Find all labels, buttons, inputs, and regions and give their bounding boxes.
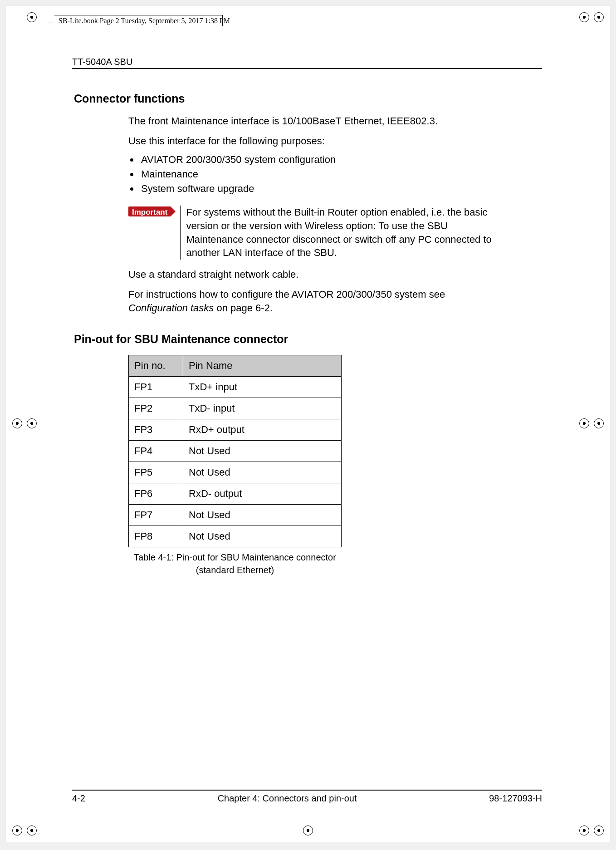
callout-text: For systems without the Built-in Router … (180, 206, 496, 260)
col-header: Pin no. (129, 355, 183, 377)
fiducial-icon (10, 824, 24, 837)
important-tag: Important (128, 206, 171, 216)
fiducial-icon (592, 824, 606, 837)
table-row: FP1TxD+ input (129, 377, 342, 398)
table-caption: Table 4-1: Pin-out for SBU Maintenance c… (128, 551, 342, 576)
pinout-table: Pin no. Pin Name FP1TxD+ input FP2TxD- i… (128, 355, 342, 547)
fiducial-icon (301, 824, 315, 837)
col-header: Pin Name (183, 355, 342, 377)
body-text: Use this interface for the following pur… (128, 134, 496, 148)
fiducial-icon (25, 10, 39, 24)
table-row: FP5Not Used (129, 462, 342, 483)
fiducial-icon (25, 824, 39, 837)
fiducial-icon (577, 417, 591, 430)
body-text: The front Maintenance interface is 10/10… (128, 114, 496, 128)
fiducial-icon (25, 417, 39, 430)
chapter-title: Chapter 4: Connectors and pin-out (218, 793, 357, 804)
body-text: Use a standard straight network cable. (128, 268, 496, 281)
fiducial-icon (577, 10, 591, 24)
bullet-item: AVIATOR 200/300/350 system configuration (139, 154, 496, 166)
table-row: FP7Not Used (129, 505, 342, 526)
section-title: Pin-out for SBU Maintenance connector (74, 333, 496, 346)
page-number: 4-2 (72, 793, 85, 804)
table-row: FP8Not Used (129, 526, 342, 547)
running-head: TT-5040A SBU (72, 57, 542, 69)
table-row: FP3RxD+ output (129, 419, 342, 441)
fiducial-icon (592, 417, 606, 430)
fiducial-icon (10, 417, 24, 430)
section-title: Connector functions (74, 92, 496, 105)
body-text: For instructions how to configure the AV… (128, 288, 496, 314)
table-row: FP6RxD- output (129, 483, 342, 505)
table-row: FP4Not Used (129, 441, 342, 462)
table-row: FP2TxD- input (129, 398, 342, 419)
important-callout: Important For systems without the Built-… (128, 206, 496, 260)
bullet-item: Maintenance (139, 168, 496, 180)
bullet-item: System software upgrade (139, 183, 496, 195)
crop-box-icon (47, 15, 54, 23)
fiducial-icon (592, 10, 606, 24)
bullet-list: AVIATOR 200/300/350 system configuration… (128, 154, 496, 195)
cross-reference: Configuration tasks (128, 302, 214, 314)
document-number: 98-127093-H (489, 793, 542, 804)
fiducial-icon (577, 824, 591, 837)
imposition-stamp: SB-Lite.book Page 2 Tuesday, September 5… (59, 17, 230, 25)
